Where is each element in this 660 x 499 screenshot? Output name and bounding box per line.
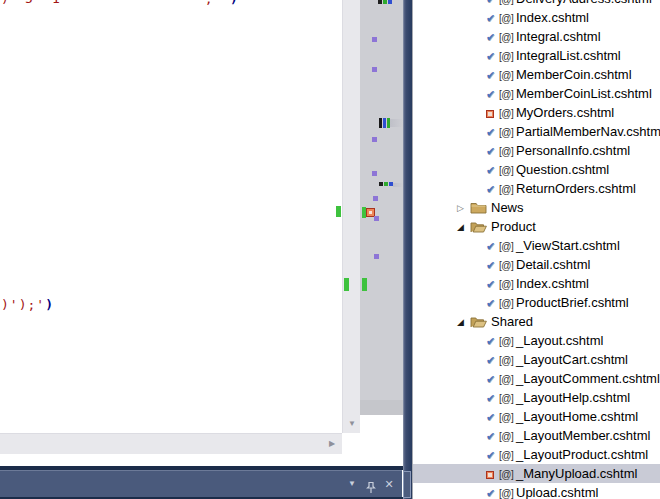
tool-window-titlebar[interactable]: ▼ ✕	[0, 470, 402, 497]
tree-item[interactable]: ✔[@]DeliveryAddress.cshtml	[413, 0, 660, 8]
tree-item[interactable]: ✔[@]_LayoutProduct.cshtml	[413, 445, 660, 464]
tree-item[interactable]: ✔[@]_LayoutHome.cshtml	[413, 407, 660, 426]
tree-item-label: MemberCoin.cshtml	[516, 67, 632, 82]
tree-item[interactable]: ✔[@]_Layout.cshtml	[413, 331, 660, 350]
tree-item[interactable]: ✔[@]PartialMemberNav.cshtml	[413, 122, 660, 141]
scroll-right-arrow-icon[interactable]: ▶	[324, 434, 340, 454]
scroll-down-arrow-icon[interactable]: ▼	[343, 415, 361, 433]
razor-view-icon: [@]	[499, 294, 516, 313]
map-mark-dark	[379, 182, 383, 186]
map-mark-green	[383, 0, 387, 4]
tree-item[interactable]: ✔[@]ReturnOrders.cshtml	[413, 179, 660, 198]
tree-item-label: Question.cshtml	[516, 162, 609, 177]
razor-view-icon: [@]	[499, 465, 516, 484]
window-position-menu-icon[interactable]: ▼	[344, 471, 360, 497]
folder-closed-icon	[470, 201, 487, 214]
tree-item[interactable]: ✔[@]_ManyUpload.cshtml	[413, 464, 660, 483]
tree-folder[interactable]: ▷News	[413, 198, 660, 217]
checked-in-icon: ✔	[486, 28, 499, 47]
checked-in-icon: ✔	[486, 370, 499, 389]
expander-icon[interactable]: ▷	[457, 199, 470, 218]
razor-view-icon: [@]	[499, 351, 516, 370]
tree-item[interactable]: ✔[@]_LayoutHelp.cshtml	[413, 388, 660, 407]
tree-item[interactable]: ✔[@]_ViewStart.cshtml	[413, 236, 660, 255]
tree-item[interactable]: ✔[@]Index.cshtml	[413, 8, 660, 27]
tree-item[interactable]: ✔[@]_LayoutCart.cshtml	[413, 350, 660, 369]
tree-item[interactable]: ✔[@]MemberCoin.cshtml	[413, 65, 660, 84]
razor-view-icon: [@]	[499, 237, 516, 256]
checked-in-icon: ✔	[486, 123, 499, 142]
tree-item[interactable]: ✔[@]MyOrders.cshtml	[413, 103, 660, 122]
vertical-scrollbar[interactable]: ▼	[342, 0, 360, 433]
tree-item-label: MyOrders.cshtml	[516, 105, 614, 120]
scrollbar-annotation-column-foot	[360, 400, 403, 415]
tree-item-label: _LayoutCart.cshtml	[516, 352, 628, 367]
tree-item[interactable]: ✔[@]Integral.cshtml	[413, 27, 660, 46]
panel-splitter[interactable]	[403, 0, 412, 499]
folder-open-icon	[470, 220, 487, 233]
tree-item-label: Detail.cshtml	[516, 257, 590, 272]
edited-status-icon	[486, 110, 494, 118]
checked-in-icon: ✔	[486, 47, 499, 66]
tree-folder[interactable]: ◢Shared	[413, 312, 660, 331]
tree-folder[interactable]: ◢Product	[413, 217, 660, 236]
map-mark-dark	[378, 0, 382, 4]
tree-item-label: _LayoutHome.cshtml	[516, 409, 638, 424]
tree-item[interactable]: ✔[@]ProductBrief.cshtml	[413, 293, 660, 312]
checked-in-icon: ✔	[486, 9, 499, 28]
tree-item[interactable]: ✔[@]MemberCoinList.cshtml	[413, 84, 660, 103]
map-wedge	[390, 119, 403, 127]
tree-item[interactable]: ✔[@]IntegralList.cshtml	[413, 46, 660, 65]
checked-in-icon: ✔	[486, 408, 499, 427]
tree-item[interactable]: ✔[@]Index.cshtml	[413, 274, 660, 293]
razor-view-icon: [@]	[499, 446, 516, 465]
razor-view-icon: [@]	[499, 389, 516, 408]
change-mark-green	[336, 206, 341, 217]
auto-hide-pin-icon[interactable]	[363, 471, 379, 491]
docked-panel-corner	[403, 471, 411, 498]
tree-item-label: IntegralList.cshtml	[516, 48, 621, 63]
tree-item-label: Integral.cshtml	[516, 29, 601, 44]
checked-in-icon: ✔	[486, 351, 499, 370]
checked-in-icon: ✔	[486, 161, 499, 180]
checked-in-icon: ✔	[486, 237, 499, 256]
checked-in-icon: ✔	[486, 446, 499, 465]
change-mark-green	[344, 278, 349, 291]
code-editor[interactable]: )51',') )');')	[0, 0, 342, 466]
close-icon[interactable]: ✕	[381, 471, 397, 497]
tree-item[interactable]: ✔[@]PersonalInfo.cshtml	[413, 141, 660, 160]
map-mark-purple	[372, 67, 377, 72]
tree-item-label: _ViewStart.cshtml	[516, 238, 620, 253]
razor-view-icon: [@]	[499, 180, 516, 199]
tree-item[interactable]: ✔[@]Detail.cshtml	[413, 255, 660, 274]
razor-view-icon: [@]	[499, 123, 516, 142]
solution-explorer: ✔[@]DeliveryAddress.cshtml ✔[@]Index.csh…	[412, 0, 660, 499]
expander-icon[interactable]: ◢	[457, 218, 470, 237]
razor-view-icon: [@]	[499, 104, 516, 123]
checked-in-icon: ✔	[486, 294, 499, 313]
tree-item[interactable]: ✔[@]Upload.cshtml	[413, 483, 660, 499]
checked-in-icon: ✔	[486, 180, 499, 199]
map-mark-purple	[374, 254, 379, 259]
checked-in-icon: ✔	[486, 332, 499, 351]
tree-item-label: PersonalInfo.cshtml	[516, 143, 630, 158]
tree-item-label: PartialMemberNav.cshtml	[516, 124, 660, 139]
razor-view-icon: [@]	[499, 28, 516, 47]
tree-item-label: _LayoutProduct.cshtml	[516, 447, 648, 462]
horizontal-scrollbar[interactable]: ▶	[0, 433, 342, 454]
code-line-clipped-top: )51',')	[0, 0, 342, 7]
folder-open-icon	[470, 315, 487, 328]
tree-item-label: ProductBrief.cshtml	[516, 295, 629, 310]
solution-tree: ✔[@]DeliveryAddress.cshtml ✔[@]Index.csh…	[413, 0, 660, 499]
tree-item[interactable]: ✔[@]Question.cshtml	[413, 160, 660, 179]
map-mark-purple	[372, 37, 377, 42]
map-mark-green	[362, 278, 367, 291]
expander-icon[interactable]: ◢	[457, 313, 470, 332]
tree-item-label: _LayoutComment.cshtml	[516, 371, 660, 386]
tree-item[interactable]: ✔[@]_LayoutComment.cshtml	[413, 369, 660, 388]
tree-folder-label: Shared	[491, 314, 533, 329]
razor-view-icon: [@]	[499, 161, 516, 180]
checked-in-icon: ✔	[486, 142, 499, 161]
razor-view-icon: [@]	[499, 484, 516, 499]
tree-item[interactable]: ✔[@]_LayoutMember.cshtml	[413, 426, 660, 445]
